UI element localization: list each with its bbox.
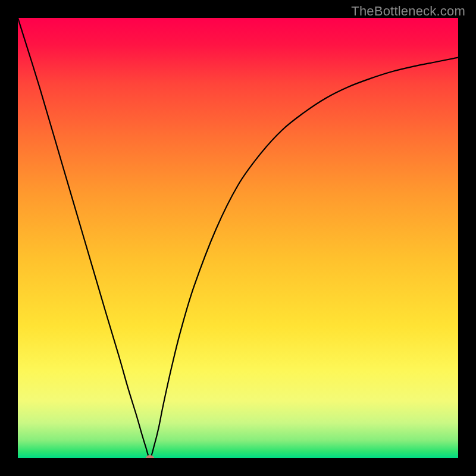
- plot-area: [18, 18, 458, 458]
- chart-frame: TheBottleneck.com: [0, 0, 476, 476]
- watermark-text: TheBottleneck.com: [351, 4, 465, 19]
- optimum-marker: [146, 455, 154, 458]
- bottleneck-curve: [18, 18, 458, 458]
